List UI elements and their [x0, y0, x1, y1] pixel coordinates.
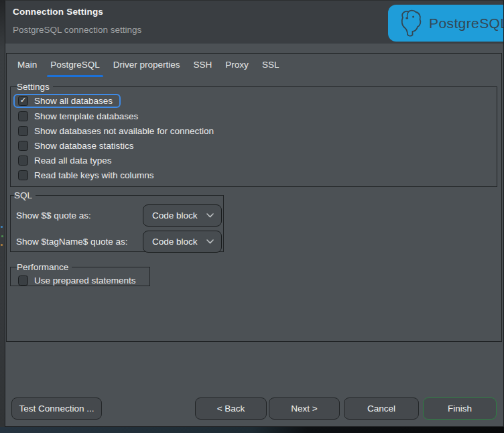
desktop-backdrop: Connection Settings PostgreSQL connectio…: [0, 0, 504, 433]
connection-settings-dialog: Connection Settings PostgreSQL connectio…: [5, 0, 504, 427]
checkbox-label: Show template databases: [34, 111, 138, 121]
performance-group: Performance Use prepared statements: [10, 262, 150, 286]
desktop-edge-strip: [0, 0, 5, 427]
checkbox[interactable]: [18, 275, 28, 286]
page-title: Connection Settings: [13, 7, 103, 17]
sql-row-dollar-quote: Show $$ quote as: Code block: [16, 204, 223, 227]
tagname-quote-dropdown[interactable]: Code block: [143, 231, 222, 253]
dropdown-value: Code block: [152, 210, 198, 221]
dollar-quote-dropdown[interactable]: Code block: [143, 204, 222, 227]
chevron-down-icon: [206, 213, 214, 218]
tab-ssl[interactable]: SSL: [255, 54, 286, 77]
test-connection-button[interactable]: Test Connection ...: [11, 397, 102, 420]
performance-group-label: Performance: [17, 262, 72, 272]
checkbox[interactable]: [18, 126, 28, 136]
tab-ssh[interactable]: SSH: [187, 54, 219, 77]
tab-main[interactable]: Main: [11, 54, 44, 77]
checkbox-row-show-database-statistics[interactable]: Show database statistics: [18, 138, 134, 153]
chevron-down-icon: [206, 239, 214, 244]
settings-group: Settings ✓ Show all databases Show templ…: [10, 82, 497, 187]
checkbox-label: Show databases not available for connect…: [34, 126, 214, 136]
checkbox-label: Read table keys with columns: [34, 170, 154, 180]
dollar-quote-label: Show $$ quote as:: [16, 210, 91, 221]
checkbox[interactable]: [18, 111, 28, 121]
tab-driver-properties[interactable]: Driver properties: [107, 54, 187, 77]
checkbox-row-show-template-databases[interactable]: Show template databases: [18, 109, 138, 123]
logo-wordmark: PostgreSQL: [429, 15, 504, 32]
page-subtitle: PostgreSQL connection settings: [13, 25, 141, 35]
checkbox-label: Show database statistics: [34, 141, 134, 151]
desktop-speck: [1, 226, 3, 228]
tab-postgresql[interactable]: PostgreSQL: [44, 54, 107, 77]
checkbox[interactable]: [18, 170, 28, 180]
sql-group: SQL Show $$ quote as: Code block Show $t…: [10, 190, 224, 252]
tab-bar: Main PostgreSQL Driver properties SSH Pr…: [7, 54, 501, 77]
checkbox[interactable]: [18, 156, 28, 166]
dropdown-value: Code block: [152, 237, 198, 247]
checkbox-row-show-databases-not-available[interactable]: Show databases not available for connect…: [18, 123, 214, 138]
checkbox-label: Use prepared statements: [34, 275, 136, 286]
checkbox-label: Read all data types: [34, 156, 112, 166]
desktop-speck: [1, 235, 3, 237]
cancel-button[interactable]: Cancel: [344, 397, 419, 420]
postgresql-logo: PostgreSQL: [388, 5, 504, 42]
checkbox-row-show-all-databases[interactable]: ✓ Show all databases: [13, 94, 121, 108]
check-icon: ✓: [20, 97, 27, 105]
checkbox-row-use-prepared-statements[interactable]: Use prepared statements: [18, 273, 136, 288]
tagname-quote-label: Show $tagName$ quote as:: [16, 237, 128, 247]
tab-proxy[interactable]: Proxy: [218, 54, 255, 77]
sql-row-tagname-quote: Show $tagName$ quote as: Code block: [16, 231, 223, 253]
checkbox-row-read-table-keys[interactable]: Read table keys with columns: [18, 168, 154, 182]
desktop-speck: [1, 244, 3, 246]
sql-group-label: SQL: [14, 190, 36, 200]
checkbox-label: Show all databases: [34, 96, 113, 106]
next-button[interactable]: Next >: [269, 397, 340, 420]
tab-folder: Main PostgreSQL Driver properties SSH Pr…: [6, 53, 502, 342]
checkbox-checked[interactable]: ✓: [18, 96, 28, 106]
back-button[interactable]: < Back: [195, 397, 267, 420]
taskbar-edge: [0, 427, 504, 433]
elephant-icon: [398, 9, 422, 38]
settings-group-label: Settings: [17, 82, 53, 92]
checkbox-row-read-all-data-types[interactable]: Read all data types: [18, 153, 112, 168]
checkbox[interactable]: [18, 141, 28, 151]
finish-button[interactable]: Finish: [423, 397, 497, 420]
dialog-header: Connection Settings PostgreSQL connectio…: [5, 1, 503, 44]
